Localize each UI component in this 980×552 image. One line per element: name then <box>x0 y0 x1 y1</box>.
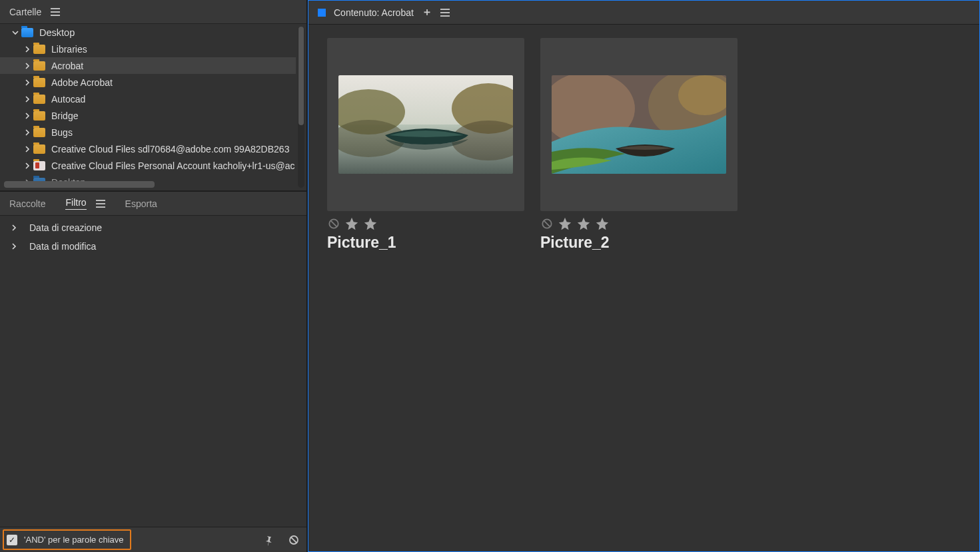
folder-tree: Desktop Libraries Acrobat Adobe Acrobat <box>0 24 306 192</box>
tab-raccolte[interactable]: Raccolte <box>9 198 45 209</box>
thumbnail-frame <box>327 38 524 211</box>
star-icon[interactable] <box>363 216 378 231</box>
content-body: Picture_1 <box>308 25 979 551</box>
folders-panel-header: Cartelle <box>0 0 306 24</box>
thumbnail-card[interactable]: Picture_2 <box>540 38 737 252</box>
svg-line-9 <box>330 220 336 226</box>
svg-line-15 <box>544 220 550 226</box>
tree-item-cc-files-1[interactable]: Creative Cloud Files sdl70684@adobe.com … <box>0 140 296 157</box>
left-tabs: Raccolte Filtro Esporta <box>0 192 306 216</box>
folder-icon <box>33 161 45 170</box>
tree-item-acrobat[interactable]: Acrobat <box>0 57 296 74</box>
thumbnail-frame <box>540 38 737 211</box>
chevron-right-icon[interactable] <box>21 113 33 119</box>
folder-icon <box>33 111 45 121</box>
star-icon[interactable] <box>595 216 610 231</box>
chevron-down-icon[interactable] <box>9 29 21 36</box>
folders-title: Cartelle <box>9 7 41 17</box>
content-header: Contenuto: Acrobat ＋ <box>308 1 979 25</box>
add-tab-icon[interactable]: ＋ <box>422 5 432 19</box>
and-keywords-label: 'AND' per le parole chiave <box>24 535 123 545</box>
content-active-indicator-icon <box>318 9 326 17</box>
tree-item-label: Libraries <box>51 44 87 55</box>
tree-item-label: Bridge <box>51 111 78 121</box>
clear-filter-icon[interactable] <box>288 534 300 546</box>
tree-item-label: Creative Cloud Files Personal Account ka… <box>51 160 295 171</box>
tree-item-label: Autocad <box>51 94 85 105</box>
content-menu-icon[interactable] <box>440 9 450 17</box>
tree-root-label: Desktop <box>39 27 75 38</box>
tree-item-libraries[interactable]: Libraries <box>0 41 296 57</box>
filter-label: Data di modifica <box>29 241 96 252</box>
pin-icon[interactable] <box>262 534 274 546</box>
rating-row <box>327 216 524 231</box>
chevron-right-icon[interactable] <box>21 146 33 152</box>
tab-filtro-label: Filtro <box>65 197 86 210</box>
tree-item-bridge[interactable]: Bridge <box>0 107 296 124</box>
thumbnail-card[interactable]: Picture_1 <box>327 38 524 252</box>
filter-row-created[interactable]: Data di creazione <box>0 218 306 237</box>
chevron-right-icon[interactable] <box>21 63 33 69</box>
thumbnail-image <box>338 75 513 174</box>
chevron-right-icon[interactable] <box>21 96 33 103</box>
chevron-right-icon[interactable] <box>21 79 33 86</box>
rating-row <box>540 216 737 231</box>
filter-label: Data di creazione <box>29 222 102 233</box>
filter-row-modified[interactable]: Data di modifica <box>0 237 306 256</box>
tab-esporta[interactable]: Esporta <box>125 198 157 209</box>
folder-icon <box>33 144 45 154</box>
folder-icon <box>33 128 45 137</box>
folder-icon <box>21 28 33 37</box>
tree-item-cc-files-2[interactable]: Creative Cloud Files Personal Account ka… <box>0 157 296 174</box>
thumbnail-name: Picture_2 <box>540 234 737 252</box>
filter-menu-icon[interactable] <box>96 200 105 208</box>
chevron-right-icon[interactable] <box>21 129 33 136</box>
tree-root-desktop[interactable]: Desktop <box>0 24 296 41</box>
folder-icon <box>33 78 45 87</box>
tree-item-label: Bugs <box>51 127 73 138</box>
tree-item-autocad[interactable]: Autocad <box>0 91 296 107</box>
chevron-right-icon[interactable] <box>21 162 33 169</box>
folder-icon <box>33 61 45 71</box>
reject-icon[interactable] <box>327 217 340 230</box>
tree-item-bugs[interactable]: Bugs <box>0 124 296 140</box>
vertical-scrollbar[interactable] <box>298 27 304 188</box>
bottom-strip: ✓ 'AND' per le parole chiave <box>0 527 306 552</box>
chevron-right-icon[interactable] <box>8 243 20 250</box>
star-icon[interactable] <box>344 216 359 231</box>
tree-item-label: Acrobat <box>51 61 83 71</box>
svg-line-1 <box>291 537 296 542</box>
star-icon[interactable] <box>576 216 591 231</box>
folder-icon <box>33 95 45 104</box>
content-title: Contenuto: Acrobat <box>334 7 414 18</box>
star-icon[interactable] <box>558 216 572 231</box>
folder-icon <box>33 45 45 54</box>
folders-menu-icon[interactable] <box>51 8 60 16</box>
filter-body: Data di creazione Data di modifica <box>0 216 306 527</box>
thumbnail-image <box>552 75 726 174</box>
tree-item-label: Adobe Acrobat <box>51 77 113 88</box>
and-keywords-checkbox-wrap[interactable]: ✓ 'AND' per le parole chiave <box>3 529 131 550</box>
chevron-right-icon[interactable] <box>8 224 20 231</box>
tree-item-label: Creative Cloud Files sdl70684@adobe.com … <box>51 144 289 154</box>
tree-item-adobe-acrobat[interactable]: Adobe Acrobat <box>0 74 296 91</box>
chevron-right-icon[interactable] <box>21 46 33 53</box>
tab-filtro[interactable]: Filtro <box>65 197 105 210</box>
checkbox-icon[interactable]: ✓ <box>7 535 17 545</box>
horizontal-scrollbar[interactable] <box>4 181 155 188</box>
reject-icon[interactable] <box>540 217 554 230</box>
thumbnail-name: Picture_1 <box>327 234 524 252</box>
